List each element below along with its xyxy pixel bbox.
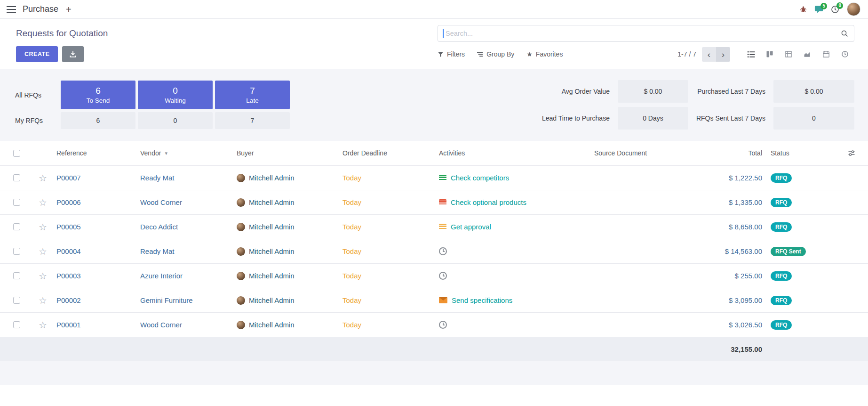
group-by-button[interactable]: Group By xyxy=(477,50,514,58)
column-header-buyer[interactable]: Buyer xyxy=(233,149,339,157)
reference-link[interactable]: P00003 xyxy=(56,272,81,280)
column-header-reference[interactable]: Reference xyxy=(53,149,136,157)
reference-link[interactable]: P00004 xyxy=(56,247,81,255)
reference-link[interactable]: P00005 xyxy=(56,223,81,231)
menu-icon[interactable] xyxy=(7,6,16,13)
activity-view-icon[interactable] xyxy=(836,47,854,62)
pivot-view-icon[interactable] xyxy=(779,47,798,62)
filters-button[interactable]: Filters xyxy=(438,50,465,58)
activity-label[interactable]: Get approval xyxy=(451,223,491,231)
plus-icon[interactable]: + xyxy=(65,5,72,14)
vendor-link[interactable]: Azure Interior xyxy=(140,272,183,280)
tile-my-to-send[interactable]: 6 xyxy=(61,112,135,129)
favorite-star-icon[interactable]: ☆ xyxy=(39,198,47,207)
table-row[interactable]: ☆ P00004 Ready Mat Mitchell Admin Today … xyxy=(0,239,868,264)
create-button[interactable]: CREATE xyxy=(16,46,58,62)
tile-to-send[interactable]: 6 To Send xyxy=(61,81,135,109)
pager-previous-button[interactable]: ‹ xyxy=(702,47,716,62)
buyer-name[interactable]: Mitchell Admin xyxy=(249,174,295,182)
table-row[interactable]: ☆ P00006 Wood Corner Mitchell Admin Toda… xyxy=(0,190,868,215)
activity-envelope-icon[interactable] xyxy=(439,297,447,303)
select-all-checkbox[interactable] xyxy=(13,150,20,157)
favorites-button[interactable]: ★ Favorites xyxy=(526,50,563,58)
favorite-star-icon[interactable]: ☆ xyxy=(39,247,47,256)
reference-link[interactable]: P00001 xyxy=(56,321,81,329)
row-checkbox[interactable] xyxy=(13,272,20,279)
favorite-star-icon[interactable]: ☆ xyxy=(39,222,47,232)
favorite-star-icon[interactable]: ☆ xyxy=(39,271,47,281)
kanban-view-icon[interactable] xyxy=(760,47,779,62)
app-title[interactable]: Purchase xyxy=(23,4,58,14)
row-checkbox[interactable] xyxy=(13,174,20,181)
row-checkbox[interactable] xyxy=(13,248,20,255)
buyer-avatar xyxy=(237,321,245,329)
search-bar[interactable] xyxy=(438,25,854,42)
activity-label[interactable]: Check competitors xyxy=(451,174,509,182)
pager-range: 1-7 / 7 xyxy=(677,50,696,58)
column-header-activities[interactable]: Activities xyxy=(435,149,590,157)
tile-my-waiting[interactable]: 0 xyxy=(138,112,213,129)
favorite-star-icon[interactable]: ☆ xyxy=(39,296,47,305)
activity-type-icon[interactable] xyxy=(439,224,446,230)
total-amount: $ 1,335.00 xyxy=(729,198,762,206)
table-row[interactable]: ☆ P00002 Gemini Furniture Mitchell Admin… xyxy=(0,288,868,313)
table-row[interactable]: ☆ P00007 Ready Mat Mitchell Admin Today … xyxy=(0,166,868,190)
row-checkbox[interactable] xyxy=(13,223,20,230)
vendor-link[interactable]: Wood Corner xyxy=(140,198,182,206)
messages-badge: 5 xyxy=(820,3,827,9)
messages-icon[interactable]: 5 xyxy=(814,6,823,13)
column-header-order-deadline[interactable]: Order Deadline xyxy=(339,149,435,157)
debug-bug-icon[interactable] xyxy=(800,6,807,13)
table-row[interactable]: ☆ P00001 Wood Corner Mitchell Admin Toda… xyxy=(0,313,868,337)
buyer-name[interactable]: Mitchell Admin xyxy=(249,223,295,231)
row-checkbox[interactable] xyxy=(13,199,20,206)
activities-clock-icon[interactable]: 0 xyxy=(831,5,839,14)
vendor-link[interactable]: Deco Addict xyxy=(140,223,178,231)
reference-link[interactable]: P00002 xyxy=(56,296,81,304)
tile-late[interactable]: 7 Late xyxy=(215,81,290,109)
reference-link[interactable]: P00006 xyxy=(56,198,81,206)
activity-clock-icon[interactable] xyxy=(439,247,447,255)
column-header-source-document[interactable]: Source Document xyxy=(590,149,682,157)
column-header-total[interactable]: Total xyxy=(682,149,767,157)
export-button[interactable] xyxy=(62,46,84,62)
user-avatar[interactable] xyxy=(847,2,860,16)
activity-clock-icon[interactable] xyxy=(439,321,447,329)
vendor-link[interactable]: Ready Mat xyxy=(140,174,175,182)
buyer-name[interactable]: Mitchell Admin xyxy=(249,247,295,255)
activity-label[interactable]: Check optional products xyxy=(451,198,526,206)
activity-clock-icon[interactable] xyxy=(439,272,447,280)
buyer-name[interactable]: Mitchell Admin xyxy=(249,198,295,206)
vendor-link[interactable]: Gemini Furniture xyxy=(140,296,193,304)
table-row[interactable]: ☆ P00005 Deco Addict Mitchell Admin Toda… xyxy=(0,215,868,239)
row-checkbox[interactable] xyxy=(13,297,20,304)
tile-my-late[interactable]: 7 xyxy=(215,112,290,129)
buyer-name[interactable]: Mitchell Admin xyxy=(249,296,295,304)
vendor-link[interactable]: Ready Mat xyxy=(140,247,175,255)
search-input[interactable] xyxy=(438,25,854,41)
optional-columns-icon[interactable] xyxy=(848,149,855,157)
search-icon[interactable] xyxy=(841,30,848,39)
reference-link[interactable]: P00007 xyxy=(56,174,81,182)
table-footer-row: 32,155.00 xyxy=(0,337,868,361)
activity-type-icon[interactable] xyxy=(439,199,446,205)
table-row[interactable]: ☆ P00003 Azure Interior Mitchell Admin T… xyxy=(0,264,868,288)
favorite-star-icon[interactable]: ☆ xyxy=(39,173,47,183)
my-rfqs-label[interactable]: My RFQs xyxy=(15,112,58,129)
column-header-status[interactable]: Status xyxy=(767,149,835,157)
list-view-icon[interactable] xyxy=(741,47,760,62)
column-header-vendor[interactable]: Vendor▾ xyxy=(136,149,233,157)
rfq-dashboard: All RFQs My RFQs 6 To Send 6 0 Waiting 0 xyxy=(0,69,868,130)
buyer-name[interactable]: Mitchell Admin xyxy=(249,272,295,280)
vendor-link[interactable]: Wood Corner xyxy=(140,321,182,329)
activity-label[interactable]: Send specifications xyxy=(452,296,512,304)
calendar-view-icon[interactable] xyxy=(817,47,836,62)
favorite-star-icon[interactable]: ☆ xyxy=(39,320,47,330)
graph-view-icon[interactable] xyxy=(798,47,817,62)
row-checkbox[interactable] xyxy=(13,321,20,328)
buyer-name[interactable]: Mitchell Admin xyxy=(249,321,295,329)
tile-waiting[interactable]: 0 Waiting xyxy=(138,81,213,109)
all-rfqs-label[interactable]: All RFQs xyxy=(15,81,58,109)
activity-type-icon[interactable] xyxy=(439,175,446,181)
pager-next-button[interactable]: › xyxy=(716,47,730,62)
